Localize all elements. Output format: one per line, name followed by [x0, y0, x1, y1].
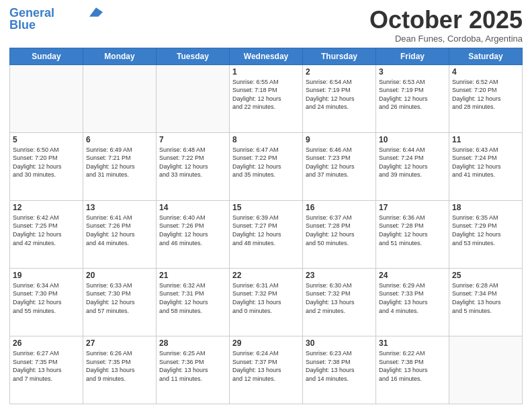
day-number: 5: [13, 135, 80, 144]
col-wednesday: Wednesday: [230, 48, 303, 64]
table-row: 26Sunrise: 6:27 AM Sunset: 7:35 PM Dayli…: [10, 336, 83, 404]
table-row: 16Sunrise: 6:37 AM Sunset: 7:28 PM Dayli…: [303, 200, 376, 268]
table-row: 19Sunrise: 6:34 AM Sunset: 7:30 PM Dayli…: [10, 268, 83, 336]
day-info: Sunrise: 6:32 AM Sunset: 7:31 PM Dayligh…: [159, 281, 226, 315]
day-info: Sunrise: 6:34 AM Sunset: 7:30 PM Dayligh…: [13, 281, 80, 315]
table-row: 6Sunrise: 6:49 AM Sunset: 7:21 PM Daylig…: [83, 132, 157, 200]
month-title: October 2025: [369, 7, 523, 34]
table-row: 28Sunrise: 6:25 AM Sunset: 7:36 PM Dayli…: [157, 336, 230, 404]
day-number: 26: [13, 338, 80, 348]
day-info: Sunrise: 6:39 AM Sunset: 7:27 PM Dayligh…: [232, 214, 300, 247]
col-monday: Monday: [83, 48, 157, 64]
day-number: 30: [306, 338, 373, 348]
calendar-week-row: 1Sunrise: 6:55 AM Sunset: 7:18 PM Daylig…: [10, 64, 523, 132]
day-info: Sunrise: 6:44 AM Sunset: 7:24 PM Dayligh…: [379, 146, 446, 179]
day-number: 20: [86, 271, 153, 280]
day-number: 14: [159, 203, 226, 212]
day-number: 29: [232, 338, 300, 348]
table-row: 23Sunrise: 6:30 AM Sunset: 7:32 PM Dayli…: [303, 268, 376, 336]
day-number: 9: [306, 135, 373, 144]
calendar-body: 1Sunrise: 6:55 AM Sunset: 7:18 PM Daylig…: [10, 64, 523, 404]
day-number: 3: [379, 67, 446, 77]
day-info: Sunrise: 6:50 AM Sunset: 7:20 PM Dayligh…: [13, 146, 80, 179]
table-row: 7Sunrise: 6:48 AM Sunset: 7:22 PM Daylig…: [157, 132, 230, 200]
day-number: 7: [159, 135, 226, 144]
table-row: 30Sunrise: 6:23 AM Sunset: 7:38 PM Dayli…: [303, 336, 376, 404]
header: General Blue October 2025 Dean Funes, Co…: [9, 7, 523, 44]
table-row: 25Sunrise: 6:28 AM Sunset: 7:34 PM Dayli…: [449, 268, 523, 336]
day-number: 25: [452, 271, 519, 280]
calendar-header-row: Sunday Monday Tuesday Wednesday Thursday…: [10, 48, 523, 64]
col-thursday: Thursday: [303, 48, 376, 64]
table-row: 18Sunrise: 6:35 AM Sunset: 7:29 PM Dayli…: [449, 200, 523, 268]
day-number: 10: [379, 135, 446, 144]
table-row: 14Sunrise: 6:40 AM Sunset: 7:26 PM Dayli…: [157, 200, 230, 268]
day-info: Sunrise: 6:25 AM Sunset: 7:36 PM Dayligh…: [159, 349, 226, 383]
day-number: 6: [86, 135, 153, 144]
table-row: [157, 64, 230, 132]
table-row: 10Sunrise: 6:44 AM Sunset: 7:24 PM Dayli…: [376, 132, 449, 200]
table-row: 20Sunrise: 6:33 AM Sunset: 7:30 PM Dayli…: [83, 268, 157, 336]
day-number: 15: [232, 203, 300, 212]
day-info: Sunrise: 6:28 AM Sunset: 7:34 PM Dayligh…: [452, 281, 519, 315]
day-number: 8: [232, 135, 300, 144]
day-info: Sunrise: 6:23 AM Sunset: 7:38 PM Dayligh…: [306, 349, 373, 383]
table-row: 24Sunrise: 6:29 AM Sunset: 7:33 PM Dayli…: [376, 268, 449, 336]
table-row: 21Sunrise: 6:32 AM Sunset: 7:31 PM Dayli…: [157, 268, 230, 336]
day-info: Sunrise: 6:24 AM Sunset: 7:37 PM Dayligh…: [232, 349, 300, 383]
calendar-week-row: 12Sunrise: 6:42 AM Sunset: 7:25 PM Dayli…: [10, 200, 523, 268]
day-number: 1: [232, 67, 300, 77]
day-info: Sunrise: 6:27 AM Sunset: 7:35 PM Dayligh…: [13, 349, 80, 383]
calendar-week-row: 26Sunrise: 6:27 AM Sunset: 7:35 PM Dayli…: [10, 336, 523, 404]
table-row: 5Sunrise: 6:50 AM Sunset: 7:20 PM Daylig…: [10, 132, 83, 200]
logo: General Blue: [9, 7, 103, 31]
day-number: 17: [379, 203, 446, 212]
calendar-week-row: 19Sunrise: 6:34 AM Sunset: 7:30 PM Dayli…: [10, 268, 523, 336]
table-row: [449, 336, 523, 404]
day-number: 19: [13, 271, 80, 280]
day-info: Sunrise: 6:53 AM Sunset: 7:19 PM Dayligh…: [379, 78, 446, 111]
page: General Blue October 2025 Dean Funes, Co…: [0, 0, 532, 411]
day-number: 22: [232, 271, 300, 280]
calendar-week-row: 5Sunrise: 6:50 AM Sunset: 7:20 PM Daylig…: [10, 132, 523, 200]
day-info: Sunrise: 6:40 AM Sunset: 7:26 PM Dayligh…: [159, 214, 226, 247]
day-number: 18: [452, 203, 519, 212]
logo-icon: [89, 7, 103, 17]
day-info: Sunrise: 6:52 AM Sunset: 7:20 PM Dayligh…: [452, 78, 519, 111]
table-row: 15Sunrise: 6:39 AM Sunset: 7:27 PM Dayli…: [230, 200, 303, 268]
svg-marker-0: [89, 7, 103, 16]
table-row: 9Sunrise: 6:46 AM Sunset: 7:23 PM Daylig…: [303, 132, 376, 200]
table-row: 4Sunrise: 6:52 AM Sunset: 7:20 PM Daylig…: [449, 64, 523, 132]
logo-text: General: [9, 7, 54, 19]
day-info: Sunrise: 6:37 AM Sunset: 7:28 PM Dayligh…: [306, 214, 373, 247]
day-number: 4: [452, 67, 519, 77]
day-number: 21: [159, 271, 226, 280]
day-info: Sunrise: 6:54 AM Sunset: 7:19 PM Dayligh…: [306, 78, 373, 111]
table-row: 1Sunrise: 6:55 AM Sunset: 7:18 PM Daylig…: [230, 64, 303, 132]
location-subtitle: Dean Funes, Cordoba, Argentina: [369, 34, 523, 44]
col-sunday: Sunday: [10, 48, 83, 64]
table-row: 27Sunrise: 6:26 AM Sunset: 7:35 PM Dayli…: [83, 336, 157, 404]
day-info: Sunrise: 6:29 AM Sunset: 7:33 PM Dayligh…: [379, 281, 446, 315]
title-block: October 2025 Dean Funes, Cordoba, Argent…: [369, 7, 523, 44]
table-row: 11Sunrise: 6:43 AM Sunset: 7:24 PM Dayli…: [449, 132, 523, 200]
table-row: 17Sunrise: 6:36 AM Sunset: 7:28 PM Dayli…: [376, 200, 449, 268]
table-row: 2Sunrise: 6:54 AM Sunset: 7:19 PM Daylig…: [303, 64, 376, 132]
table-row: 3Sunrise: 6:53 AM Sunset: 7:19 PM Daylig…: [376, 64, 449, 132]
day-number: 28: [159, 338, 226, 348]
day-number: 23: [306, 271, 373, 280]
table-row: [10, 64, 83, 132]
day-number: 2: [306, 67, 373, 77]
table-row: 13Sunrise: 6:41 AM Sunset: 7:26 PM Dayli…: [83, 200, 157, 268]
day-info: Sunrise: 6:35 AM Sunset: 7:29 PM Dayligh…: [452, 214, 519, 247]
table-row: 12Sunrise: 6:42 AM Sunset: 7:25 PM Dayli…: [10, 200, 83, 268]
day-info: Sunrise: 6:31 AM Sunset: 7:32 PM Dayligh…: [232, 281, 300, 315]
logo-general: General: [9, 6, 54, 19]
table-row: 31Sunrise: 6:22 AM Sunset: 7:38 PM Dayli…: [376, 336, 449, 404]
col-tuesday: Tuesday: [157, 48, 230, 64]
calendar-table: Sunday Monday Tuesday Wednesday Thursday…: [9, 48, 523, 404]
day-number: 31: [379, 338, 446, 348]
table-row: 22Sunrise: 6:31 AM Sunset: 7:32 PM Dayli…: [230, 268, 303, 336]
day-info: Sunrise: 6:30 AM Sunset: 7:32 PM Dayligh…: [306, 281, 373, 315]
day-info: Sunrise: 6:43 AM Sunset: 7:24 PM Dayligh…: [452, 146, 519, 179]
